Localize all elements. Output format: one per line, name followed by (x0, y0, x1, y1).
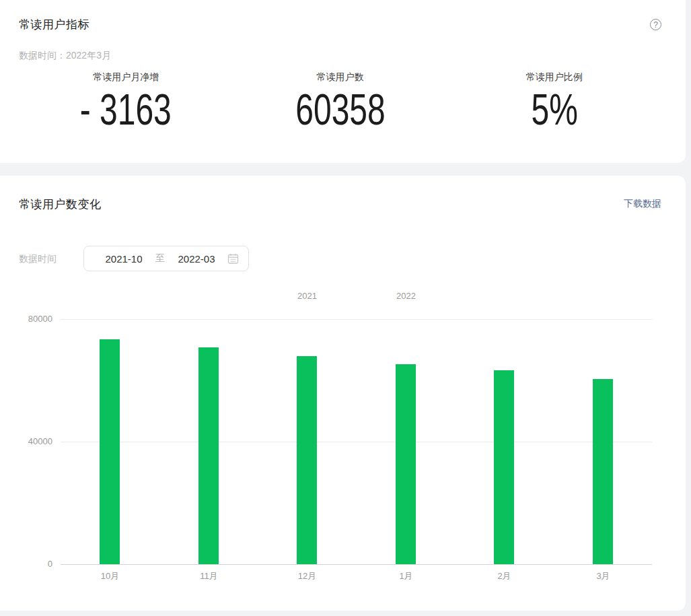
chart-section-title: 常读用户数变化 (19, 197, 102, 212)
x-axis-label: 2月 (455, 570, 554, 582)
year-axis-label: 2021 (258, 291, 357, 301)
metric-label: 常读用户数 (233, 71, 447, 83)
metric-label: 常读用户月净增 (19, 71, 233, 83)
bar (100, 339, 120, 564)
gridline (61, 564, 652, 565)
date-range-separator: 至 (150, 252, 170, 265)
metric-net-increase: 常读用户月净增 - 3163 (19, 71, 233, 133)
metric-value: 5% (531, 86, 577, 133)
download-data-link[interactable]: 下载数据 (624, 198, 661, 210)
bar (198, 347, 219, 564)
bar (396, 364, 416, 564)
metrics-section-title: 常读用户指标 (19, 17, 89, 32)
bar-chart: 0400008000010月11月12月1月2月3月20212022 (0, 283, 686, 599)
gridline (61, 442, 652, 442)
metric-reader-ratio: 常读用户比例 5% (447, 71, 661, 133)
x-axis-label: 12月 (258, 570, 357, 582)
gridline (61, 319, 652, 320)
x-axis-label: 11月 (159, 570, 258, 582)
chart-data-time-label: 数据时间 (19, 253, 57, 265)
x-axis-label: 3月 (554, 570, 653, 582)
metrics-card: 常读用户指标 ? 数据时间：2022年3月 常读用户月净增 - 3163 常读用… (0, 0, 686, 163)
metric-value: - 3163 (80, 86, 172, 133)
metric-reader-count: 常读用户数 60358 (233, 71, 447, 133)
metrics-row: 常读用户月净增 - 3163 常读用户数 60358 常读用户比例 5% (19, 71, 661, 133)
date-start-field[interactable]: 2021-10 (98, 253, 150, 265)
y-axis-tick-label: 40000 (20, 436, 52, 446)
date-range-picker[interactable]: 2021-10 至 2022-03 (83, 246, 249, 271)
help-question-icon[interactable]: ? (650, 19, 661, 30)
bar (297, 356, 317, 564)
x-axis-label: 10月 (61, 570, 159, 582)
y-axis-tick-label: 0 (20, 559, 52, 569)
metrics-data-time: 数据时间：2022年3月 (19, 50, 111, 62)
bar (593, 379, 613, 564)
calendar-icon (227, 253, 239, 265)
y-axis-tick-label: 80000 (20, 314, 52, 324)
chart-card: 常读用户数变化 下载数据 数据时间 2021-10 至 2022-03 0400… (0, 176, 686, 611)
bar (494, 370, 514, 564)
metric-value: 60358 (295, 86, 385, 133)
date-end-field[interactable]: 2022-03 (170, 253, 223, 265)
x-axis-label: 1月 (357, 570, 456, 582)
metric-label: 常读用户比例 (447, 71, 661, 83)
year-axis-label: 2022 (357, 291, 456, 301)
